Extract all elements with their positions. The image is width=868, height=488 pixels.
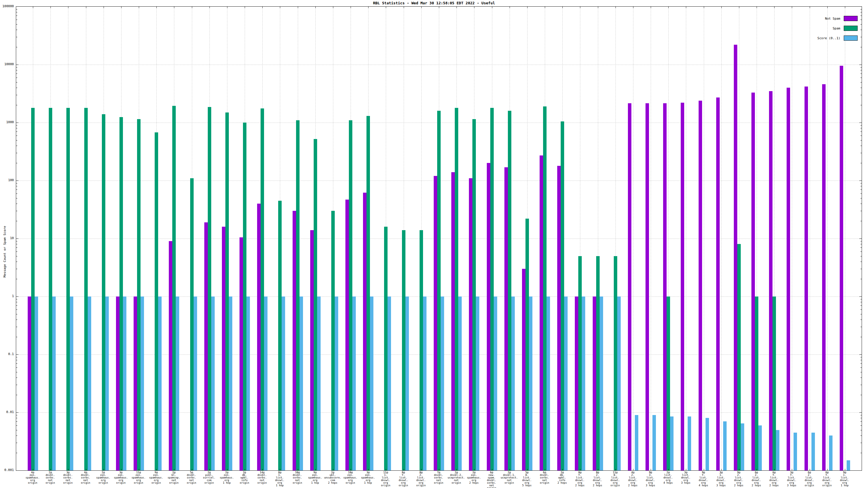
x-tick: [827, 7, 828, 8]
y-tick: [16, 20, 17, 20]
y-tick: [16, 183, 17, 184]
bar-score: [670, 417, 674, 470]
bar-not-spam: [786, 88, 790, 470]
y-tick: [859, 470, 862, 471]
y-tick: [861, 378, 862, 378]
x-tick: [827, 469, 828, 470]
bar-score: [811, 433, 815, 470]
x-tick: [262, 7, 262, 8]
x-tick: [580, 469, 580, 470]
y-tick: [16, 190, 17, 190]
x-tick: [404, 469, 404, 470]
gridline-v: [721, 7, 722, 470]
y-tick: [861, 241, 862, 241]
y-tick: [861, 211, 862, 211]
bar-not-spam: [840, 66, 843, 470]
y-tick: [861, 198, 862, 198]
y-tick: [16, 435, 17, 436]
bar-score: [123, 296, 126, 470]
bar-not-spam: [681, 103, 684, 470]
bar-score: [211, 296, 215, 470]
bar-score: [529, 296, 532, 470]
legend-row: Score (0..1): [817, 33, 858, 43]
bar-spam: [437, 111, 441, 470]
x-tick: [739, 469, 739, 470]
gridline-v: [704, 7, 704, 470]
bar-spam: [49, 108, 52, 470]
bar-score: [706, 418, 709, 470]
y-tick-label: 1000: [0, 121, 14, 124]
y-tick: [16, 221, 17, 221]
bar-not-spam: [663, 103, 666, 470]
bar-score: [70, 296, 73, 470]
bar-not-spam: [539, 156, 543, 470]
x-tick: [810, 7, 810, 8]
x-tick-label: 9@ 1. list. dnswl. org 1 hop: [832, 471, 858, 487]
bar-not-spam: [204, 222, 208, 470]
bar-spam: [773, 296, 776, 470]
bar-score: [794, 433, 797, 470]
y-tick: [861, 327, 862, 327]
x-tick: [245, 7, 245, 8]
bar-not-spam: [310, 230, 314, 470]
x-tick: [139, 469, 139, 470]
bar-score: [617, 296, 621, 470]
bar-spam: [543, 106, 547, 470]
x-tick: [457, 469, 457, 470]
x-tick: [668, 469, 669, 470]
bar-not-spam: [734, 45, 737, 470]
bar-score: [547, 296, 550, 470]
y-tick: [861, 145, 862, 146]
bar-spam: [137, 119, 141, 470]
bar-not-spam: [434, 176, 437, 470]
y-tick: [861, 279, 862, 279]
y-tick: [861, 367, 862, 368]
y-tick: [16, 135, 17, 136]
bar-spam: [155, 132, 158, 470]
bar-spam: [402, 230, 405, 470]
bar-not-spam: [240, 237, 243, 470]
y-tick-label: 100000: [0, 5, 14, 8]
y-tick: [861, 125, 862, 126]
x-tick: [668, 7, 669, 8]
x-tick: [792, 7, 792, 8]
x-tick: [616, 7, 616, 8]
bar-score: [282, 296, 285, 470]
x-tick: [156, 7, 157, 8]
bar-not-spam: [805, 87, 808, 470]
x-tick: [651, 7, 651, 8]
y-axis-title: Message Count or Spam Score: [3, 217, 7, 286]
x-tick: [386, 7, 386, 8]
legend-swatch: [844, 35, 858, 41]
y-tick: [16, 73, 17, 74]
y-tick: [861, 299, 862, 299]
legend-label: Score (0..1): [817, 36, 840, 40]
y-tick: [16, 395, 17, 395]
chart-title: RBL Statistics - Wed Mar 30 12:58:05 EDT…: [0, 1, 868, 5]
y-tick: [861, 425, 862, 426]
x-tick: [562, 469, 563, 470]
gridline-v: [651, 7, 651, 470]
y-tick: [861, 12, 862, 12]
bar-not-spam: [134, 296, 137, 470]
y-tick: [16, 105, 17, 105]
x-tick: [756, 469, 757, 470]
y-tick: [16, 70, 17, 70]
y-tick: [16, 123, 19, 123]
bar-spam: [367, 116, 370, 470]
x-tick: [545, 7, 545, 8]
x-tick: [721, 7, 722, 8]
y-tick-label: 1: [0, 294, 14, 298]
bar-score: [176, 296, 179, 470]
bar-score: [494, 296, 497, 470]
y-tick: [16, 296, 19, 297]
bar-not-spam: [169, 241, 172, 470]
y-tick: [861, 190, 862, 190]
x-tick: [68, 7, 68, 8]
bar-score: [441, 296, 444, 470]
y-tick: [861, 305, 862, 306]
bar-spam: [278, 201, 282, 470]
bar-not-spam: [751, 93, 755, 470]
legend-swatch: [844, 16, 858, 21]
y-tick: [16, 310, 17, 310]
